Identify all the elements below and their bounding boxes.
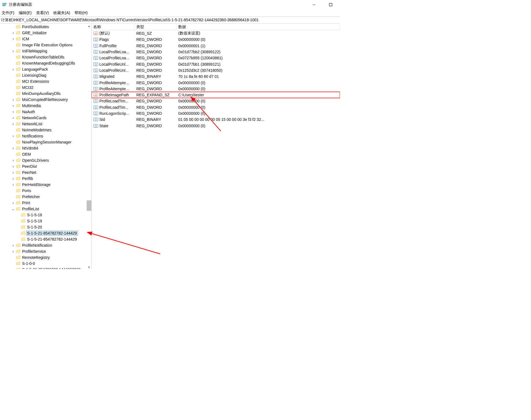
tree-item[interactable]: S-1-5-21-854782782-1444292360 (0, 267, 91, 269)
menu-file[interactable]: 文件(F) (2, 10, 14, 15)
tree-item[interactable]: LicensingDiag (0, 72, 91, 78)
value-row[interactable]: 011110ProfileLoadTim...REG_DWORD0x000000… (92, 104, 340, 110)
chevron-down-icon[interactable] (11, 207, 15, 211)
tree-item[interactable]: RemoteRegistry (0, 254, 91, 260)
column-header-name[interactable]: 名称 (92, 24, 135, 30)
chevron-right-icon[interactable] (11, 97, 15, 102)
tree-item[interactable]: MCI Extensions (0, 78, 91, 84)
value-row[interactable]: 011110MigratedREG_BINARY70 1c 8a fe 60 6… (92, 73, 340, 79)
chevron-right-icon[interactable] (11, 121, 15, 126)
tree-item[interactable]: OEM (0, 151, 91, 157)
tree-item[interactable]: Prefetcher (0, 194, 91, 200)
tree-item[interactable]: LanguagePack (0, 66, 91, 72)
tree-scroll-down-button[interactable]: ▼ (87, 265, 91, 269)
value-row[interactable]: 011110ProfileAttempte...REG_DWORD0x00000… (92, 79, 340, 86)
tree-item[interactable]: FontSubstitutes (0, 24, 91, 30)
tree-item[interactable]: S-1-5-21-854782782-144429 (0, 230, 91, 236)
tree-item[interactable]: ICM (0, 36, 91, 42)
tree-item[interactable]: NoImeModeImes (0, 127, 91, 133)
tree-item[interactable]: S-1-0-0 (0, 260, 91, 267)
minimize-button[interactable] (309, 1, 319, 9)
address-bar[interactable]: 计算机\HKEY_LOCAL_MACHINE\SOFTWARE\Microsof… (0, 17, 340, 24)
tree-item[interactable]: S-1-5-18 (0, 212, 91, 218)
tree-item[interactable]: ProfileService (0, 248, 91, 254)
values-pane[interactable]: 名称 类型 数据 ab(默认)REG_SZ(数值未设置)011110FlagsR… (92, 24, 340, 269)
chevron-right-icon[interactable] (11, 158, 15, 163)
value-row[interactable]: 011110LocalProfileUnl...REG_DWORD0x1252d… (92, 67, 340, 73)
chevron-right-icon[interactable] (11, 146, 15, 151)
chevron-right-icon[interactable] (11, 164, 15, 169)
chevron-right-icon[interactable] (11, 182, 15, 187)
value-row[interactable]: 011110RunLogonScrip...REG_DWORD0x0000000… (92, 110, 340, 116)
tree-item[interactable]: Image File Execution Options (0, 42, 91, 48)
tree-item-label: ICM (22, 37, 30, 41)
tree-item[interactable]: KnownFunctionTableDlls (0, 54, 91, 60)
value-data: (数值未设置) (177, 31, 340, 36)
value-row[interactable]: 011110ProfileLoadTim...REG_DWORD0x000000… (92, 98, 340, 104)
tree-scroll-up-button[interactable]: ▲ (87, 24, 91, 28)
value-row[interactable]: 011110SidREG_BINARY01 05 00 00 00 00 00 … (92, 116, 340, 123)
column-header-data[interactable]: 数据 (177, 24, 340, 30)
menu-view[interactable]: 查看(V) (36, 10, 49, 15)
tree-item[interactable]: ProfileList (0, 206, 91, 212)
chevron-right-icon[interactable] (11, 176, 15, 181)
chevron-right-icon[interactable] (11, 49, 15, 54)
svg-text:110: 110 (95, 52, 97, 54)
value-row[interactable]: 011110LocalProfileLoa...REG_DWORD0x01d77… (92, 49, 340, 55)
tree-item[interactable]: Multimedia (0, 103, 91, 109)
tree-item[interactable]: OpenGLDrivers (0, 157, 91, 163)
tree-item[interactable]: Ports (0, 188, 91, 194)
tree-item[interactable]: PeerNet (0, 169, 91, 176)
value-row[interactable]: 011110ProfileAttempte...REG_DWORD0x00000… (92, 86, 340, 92)
value-row[interactable]: 011110FlagsREG_DWORD0x00000000 (0) (92, 36, 340, 42)
value-row[interactable]: 011110LocalProfileUnl...REG_DWORD0x01d77… (92, 61, 340, 67)
tree-item[interactable]: NetworkCards (0, 115, 91, 121)
chevron-right-icon[interactable] (11, 109, 15, 114)
binary-value-icon: 011110 (93, 55, 98, 60)
menu-favorites[interactable]: 收藏夹(A) (53, 10, 70, 15)
tree-item[interactable]: NetworkList (0, 121, 91, 127)
tree-item[interactable]: NowPlayingSessionManager (0, 139, 91, 145)
tree-item[interactable]: S-1-5-21-854782782-144429 (0, 236, 91, 242)
tree-item[interactable]: Perflib (0, 176, 91, 182)
chevron-right-icon[interactable] (11, 249, 15, 254)
menu-edit[interactable]: 编辑(E) (19, 10, 32, 15)
value-row[interactable]: 011110StateREG_DWORD0x00000000 (0) (92, 123, 340, 129)
chevron-right-icon[interactable] (11, 103, 15, 108)
tree-item[interactable]: MiniDumpAuxiliaryDlls (0, 91, 91, 97)
value-row[interactable]: ab(默认)REG_SZ(数值未设置) (92, 30, 340, 36)
svg-rect-3 (4, 5, 6, 6)
maximize-button[interactable] (326, 1, 336, 9)
tree-item[interactable]: S-1-5-19 (0, 218, 91, 224)
tree-item[interactable]: NaAuth (0, 109, 91, 115)
tree-item[interactable]: S-1-5-20 (0, 224, 91, 230)
value-row[interactable]: 011110LocalProfileLoa...REG_DWORD0x0727b… (92, 55, 340, 61)
chevron-right-icon[interactable] (11, 30, 15, 35)
tree-item[interactable]: ProfileNotification (0, 242, 91, 248)
tree-item[interactable]: Notifications (0, 133, 91, 139)
tree-item[interactable]: Print (0, 200, 91, 206)
tree-item[interactable]: NtVdm64 (0, 145, 91, 151)
tree-item[interactable]: MsiCorruptedFileRecovery (0, 97, 91, 103)
tree-item[interactable]: GRE_Initialize (0, 30, 91, 36)
tree-item[interactable]: PeerDist (0, 163, 91, 169)
value-row[interactable]: abProfileImagePathREG_EXPAND_SZC:\Users\… (92, 92, 340, 98)
chevron-right-icon[interactable] (11, 36, 15, 41)
value-row[interactable]: 011110FullProfileREG_DWORD0x00000001 (1) (92, 43, 340, 49)
tree-item[interactable]: KnownManagedDebuggingDlls (0, 60, 91, 66)
chevron-right-icon[interactable] (11, 115, 15, 120)
tree-item[interactable]: MCI32 (0, 84, 91, 91)
tree-pane[interactable]: FontSubstitutesGRE_InitializeICMImage Fi… (0, 24, 92, 269)
tree-item-label: GRE_Initialize (22, 31, 47, 35)
tree-item[interactable]: PerHwIdStorage (0, 182, 91, 188)
chevron-right-icon[interactable] (11, 170, 15, 175)
folder-icon (16, 183, 20, 187)
chevron-right-icon[interactable] (11, 200, 15, 205)
column-header-type[interactable]: 类型 (135, 24, 177, 30)
chevron-right-icon[interactable] (11, 243, 15, 248)
chevron-right-icon[interactable] (11, 67, 15, 72)
tree-scroll-thumb[interactable] (87, 200, 91, 211)
tree-item[interactable]: IniFileMapping (0, 48, 91, 54)
menu-help[interactable]: 帮助(H) (75, 10, 87, 15)
chevron-right-icon[interactable] (11, 134, 15, 139)
